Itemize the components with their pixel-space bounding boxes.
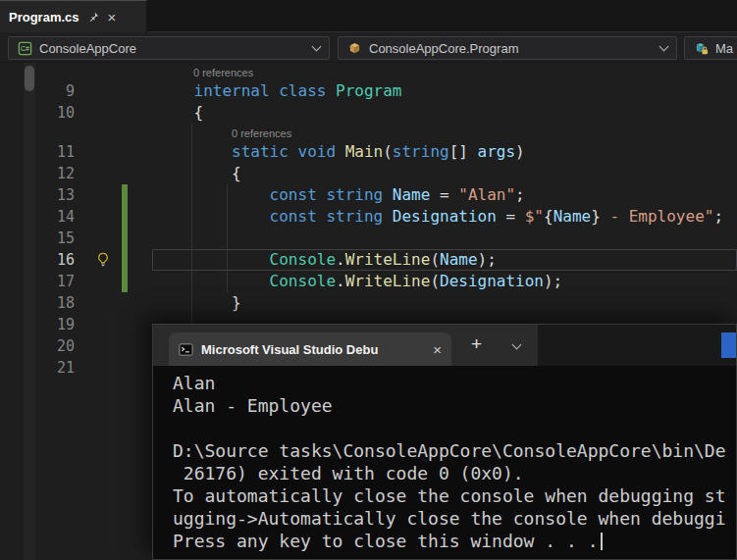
obscured-ui-fragment [721,332,736,358]
console-line: ugging->Automatically close the console … [173,507,736,530]
document-tab-programcs[interactable]: Program.cs × [0,0,147,32]
change-bar [122,271,128,292]
line-number: 12 [0,163,75,184]
code-text: internal class Program [156,80,401,102]
code-text: static void Main(string[] args) [156,141,525,163]
console-tab-close-icon[interactable]: × [433,342,442,357]
terminal-cursor [601,533,603,550]
console-line: 26176) exited with code 0 (0x0). [173,462,736,484]
code-line: 18 } [0,292,737,314]
console-tab-title: Microsoft Visual Studio Debu [201,342,425,357]
tab-dropdown-button[interactable] [508,338,524,354]
line-number: 9 [0,80,75,102]
class-icon [347,41,362,56]
code-line: 10 { [0,102,737,124]
change-bar [122,249,128,271]
code-line: 11 static void Main(string[] args) [0,141,737,163]
codelens-row: 0 references [0,63,737,80]
change-bar [122,206,128,228]
codelens-references[interactable]: 0 references [193,64,253,81]
line-number: 18 [0,292,75,314]
navigation-bar: C# ConsoleAppCore ConsoleAppCore.Program… [0,32,737,63]
change-bar [122,184,128,206]
codelens-references[interactable]: 0 references [232,125,291,142]
chevron-down-icon [312,41,322,51]
code-text: Console.WriteLine(Designation); [156,271,562,292]
csharp-project-icon: C# [18,41,32,56]
line-number: 16 [0,249,75,271]
code-text: const string Name = "Alan"; [156,184,525,206]
code-text: Console.WriteLine(Name); [156,249,497,271]
member-dropdown-label: Ma [715,41,737,56]
console-titlebar[interactable]: Microsoft Visual Studio Debu × + [153,325,736,366]
console-line: Alan - Employee [173,394,736,417]
chevron-down-icon [511,339,521,349]
console-line: D:\Source tasks\ConsoleAppCore\ConsoleAp… [173,439,736,462]
code-text: } [156,292,241,314]
line-number: 17 [0,271,75,292]
method-private-icon [694,41,709,56]
pin-icon[interactable] [87,11,100,24]
type-dropdown-label: ConsoleAppCore.Program [369,41,654,56]
code-text: { [156,102,203,124]
console-line: To automatically close the console when … [173,484,736,507]
svg-text:C#: C# [21,45,29,52]
lightbulb-icon[interactable] [95,252,111,268]
project-dropdown-label: ConsoleAppCore [39,41,306,56]
code-line: 15 [0,228,737,249]
code-line: 9 internal class Program [0,80,737,102]
line-number: 19 [0,314,75,335]
chevron-down-icon [659,41,669,51]
document-tab-strip: Program.cs × [0,0,737,32]
console-window: Microsoft Visual Studio Debu × + AlanAla… [152,324,737,560]
code-text: { [156,163,241,184]
line-number: 13 [0,184,75,206]
console-body[interactable]: AlanAlan - EmployeeD:\Source tasks\Conso… [153,366,736,559]
code-line: 17 Console.WriteLine(Designation); [0,271,737,292]
console-line: Alan [173,372,736,394]
line-number: 20 [0,335,75,357]
code-line: 14 const string Designation = $"{Name} -… [0,206,737,228]
code-line: 12 { [0,163,737,184]
line-number: 10 [0,102,75,124]
line-number: 15 [0,228,75,249]
line-number: 11 [0,141,75,163]
console-line [173,417,736,439]
code-line: 13 const string Name = "Alan"; [0,184,737,206]
console-tab[interactable]: Microsoft Visual Studio Debu × [169,332,451,366]
console-line: Press any key to close this window . . . [173,530,736,552]
line-number: 21 [0,357,75,379]
project-dropdown[interactable]: C# ConsoleAppCore [8,36,330,60]
terminal-icon [179,342,193,357]
code-text: const string Designation = $"{Name} - Em… [156,206,723,228]
change-bar [122,228,128,249]
ide-window: Program.cs × C# ConsoleAppCore ConsoleAp… [0,0,737,560]
type-dropdown[interactable]: ConsoleAppCore.Program [338,36,677,60]
code-line: 16 Console.WriteLine(Name); [0,249,737,271]
line-number: 14 [0,206,75,228]
document-tab-title: Program.cs [9,10,79,25]
new-tab-button[interactable]: + [471,334,482,353]
close-icon[interactable]: × [108,10,117,25]
member-dropdown[interactable]: Ma [684,36,737,60]
codelens-row: 0 references [0,124,737,141]
